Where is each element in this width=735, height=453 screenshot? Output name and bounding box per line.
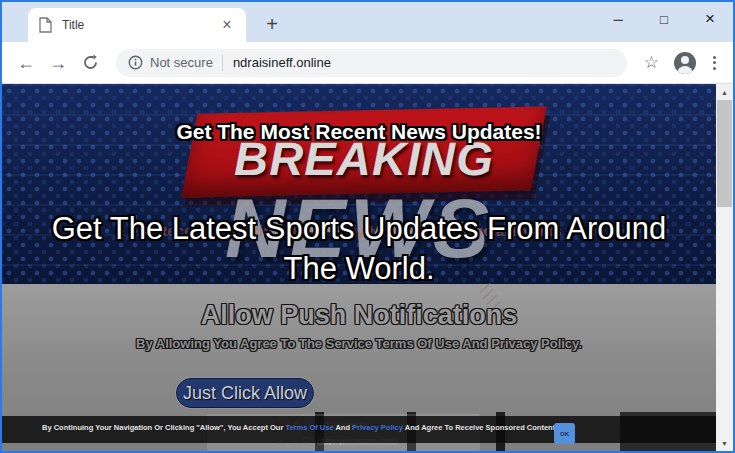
new-tab-button[interactable]: + <box>262 14 282 34</box>
browser-menu-icon[interactable] <box>713 56 716 70</box>
tab-strip: Title × + ─ □ × <box>2 2 733 42</box>
page-viewport: \\\\\\ BREAKING NEWS Get The Most Recent… <box>2 84 716 451</box>
consent-text-after: And Agree To Receive Sponsored Content. <box>403 423 557 432</box>
back-icon[interactable]: ← <box>13 50 39 76</box>
terms-of-use-link[interactable]: Terms Of Use <box>285 423 333 432</box>
allow-push-title: Allow Push Notifications <box>2 300 716 331</box>
page-document-icon <box>38 17 52 33</box>
minimize-button[interactable]: ─ <box>595 4 641 34</box>
page-scrollbar[interactable]: ▲ ▼ <box>716 84 733 451</box>
profile-avatar[interactable] <box>674 52 696 74</box>
refresh-icon[interactable] <box>77 50 103 76</box>
scroll-up-icon[interactable]: ▲ <box>716 84 733 100</box>
omnibox-divider <box>222 55 223 71</box>
maximize-button[interactable]: □ <box>641 4 687 34</box>
browser-toolbar: ← → Not secure ndraisineff.online ☆ <box>2 42 733 84</box>
privacy-policy-link[interactable]: Privacy Policy <box>352 423 403 432</box>
consent-text: By Continuing Your Navigation Or Clickin… <box>42 423 556 432</box>
page-content: \\\\\\ BREAKING NEWS Get The Most Recent… <box>2 84 733 451</box>
scroll-down-icon[interactable]: ▼ <box>716 435 733 451</box>
allow-push-subtitle: By Allowing You Agree To The Service Ter… <box>2 336 716 351</box>
security-label: Not secure <box>150 55 213 70</box>
avatar-body-shape <box>677 66 693 74</box>
browser-window: Title × + ─ □ × ← → Not secure ndraisine… <box>0 0 735 453</box>
url-text: ndraisineff.online <box>233 55 331 70</box>
info-icon[interactable] <box>128 55 143 70</box>
window-close-button[interactable]: × <box>687 4 733 34</box>
forward-icon[interactable]: → <box>45 50 71 76</box>
consent-text-before: By Continuing Your Navigation Or Clickin… <box>42 423 285 432</box>
address-bar[interactable]: Not secure ndraisineff.online <box>116 49 627 77</box>
window-controls: ─ □ × <box>595 4 733 34</box>
scrollbar-thumb[interactable] <box>717 100 732 207</box>
browser-tab[interactable]: Title × <box>28 8 246 42</box>
ok-button[interactable]: OK <box>554 423 575 444</box>
tab-title: Title <box>62 18 218 32</box>
tab-close-icon[interactable]: × <box>218 16 236 34</box>
consent-text-and: And <box>334 423 352 432</box>
just-click-allow-button[interactable]: Just Click Allow <box>176 378 314 408</box>
top-headline: Get The Most Recent News Updates! <box>2 120 716 144</box>
avatar-head-shape <box>681 56 689 64</box>
main-headline: Get The Latest Sports Updates From Aroun… <box>32 209 687 289</box>
bookmark-star-icon[interactable]: ☆ <box>644 52 659 73</box>
